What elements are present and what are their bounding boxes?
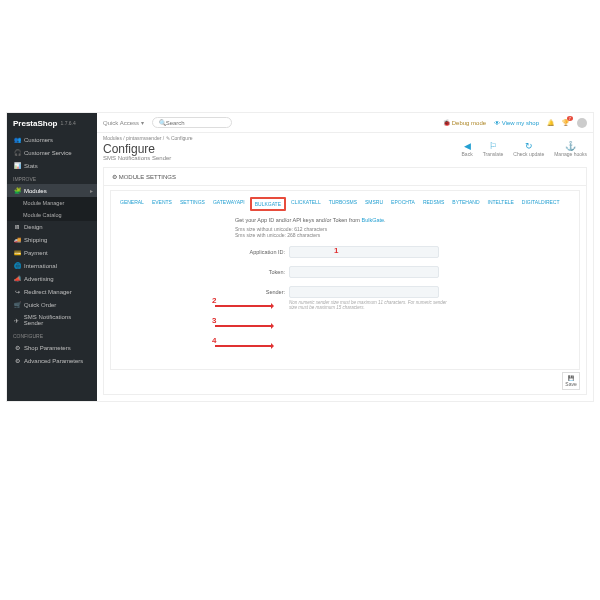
sidebar-item-label: Advanced Parameters <box>24 358 83 364</box>
action-icon: ⚐ <box>489 141 497 151</box>
panel-inner: GENERALEVENTSSETTINGSGATEWAYAPIBULKGATEC… <box>110 190 580 370</box>
sidebar-subitem[interactable]: Module Manager <box>7 197 97 209</box>
action-back[interactable]: ◀Back <box>462 141 473 157</box>
sender-note: Non numeric sender size must be maximum … <box>289 300 449 310</box>
sidebar-icon: ⚙ <box>13 344 21 351</box>
sidebar-item-label: Stats <box>24 163 38 169</box>
sidebar-item-label: SMS Notifications Sender <box>24 314 91 326</box>
text-input[interactable] <box>289 246 439 258</box>
breadcrumb[interactable]: Modules / pintasmssender / ✎ Configure <box>103 135 193 141</box>
sidebar-icon: ↪ <box>13 288 21 295</box>
form-row: Token: <box>235 266 569 278</box>
sidebar-item[interactable]: ↪Redirect Manager <box>7 285 97 298</box>
sidebar-icon: ✈ <box>13 317 21 324</box>
tab-general[interactable]: GENERAL <box>117 197 147 211</box>
sidebar-item[interactable]: 📣Advertising <box>7 272 97 285</box>
annotation-2: 2 <box>212 296 273 307</box>
sidebar-item[interactable]: 🧩Modules <box>7 184 97 197</box>
topbar: Quick Access ▾ 🔍 🐞 Debug mode 👁 View my … <box>97 113 593 133</box>
action-translate[interactable]: ⚐Translate <box>483 141 504 157</box>
action-check-update[interactable]: ↻Check update <box>513 141 544 157</box>
hint2: Sms size with unicode: 268 characters <box>235 232 569 238</box>
search-box[interactable]: 🔍 <box>152 117 232 128</box>
tab-settings[interactable]: SETTINGS <box>177 197 208 211</box>
view-shop-link[interactable]: 👁 View my shop <box>494 120 539 126</box>
annotation-1: 1 <box>334 246 338 255</box>
page-subtitle: SMS Notifications Sender <box>103 155 171 161</box>
sidebar-item[interactable]: ✈SMS Notifications Sender <box>7 311 97 329</box>
sidebar-icon: ⚙ <box>13 357 21 364</box>
sidebar-item[interactable]: ⚙Advanced Parameters <box>7 354 97 367</box>
sidebar-item[interactable]: ⚙Shop Parameters <box>7 341 97 354</box>
field-label: Sender: <box>235 289 289 295</box>
settings-panel: MODULE SETTINGS GENERALEVENTSSETTINGSGAT… <box>103 167 587 395</box>
page-title: Configure <box>103 142 155 156</box>
sidebar-item-label: Modules <box>24 188 47 194</box>
avatar[interactable] <box>577 118 587 128</box>
tab-bytehand[interactable]: BYTEHAND <box>449 197 482 211</box>
sidebar-item[interactable]: 💳Payment <box>7 246 97 259</box>
sidebar-item[interactable]: 👥Customers <box>7 133 97 146</box>
sidebar-item-label: Shipping <box>24 237 47 243</box>
trophy-icon[interactable]: 🏆7 <box>562 119 569 126</box>
section-configure: CONFIGURE <box>7 329 97 341</box>
tab-inteltele[interactable]: INTELTELE <box>485 197 517 211</box>
section-improve: IMPROVE <box>7 172 97 184</box>
sidebar-item[interactable]: 📊Stats <box>7 159 97 172</box>
sidebar-item-label: Redirect Manager <box>24 289 72 295</box>
tab-digitaldirect[interactable]: DIGITALDIRECT <box>519 197 563 211</box>
search-icon: 🔍 <box>159 119 166 126</box>
intro-text: Get your App ID and/or API keys and/or T… <box>235 217 569 223</box>
sidebar-item[interactable]: 🖥Design <box>7 221 97 233</box>
tab-events[interactable]: EVENTS <box>149 197 175 211</box>
sidebar-item[interactable]: 🛒Quick Order <box>7 298 97 311</box>
sidebar-item[interactable]: 🚚Shipping <box>7 233 97 246</box>
form-area: Get your App ID and/or API keys and/or T… <box>111 211 579 316</box>
tab-bulkgate[interactable]: BULKGATE <box>250 197 286 211</box>
search-input[interactable] <box>166 120 226 126</box>
sidebar-icon: 💳 <box>13 249 21 256</box>
field-label: Application ID: <box>235 249 289 255</box>
sidebar: PrestaShop 1.7.6.4 👥Customers🎧Customer S… <box>7 113 97 401</box>
quick-access[interactable]: Quick Access ▾ <box>103 119 144 126</box>
form-row: Sender: <box>235 286 569 298</box>
action-manage-hooks[interactable]: ⚓Manage hooks <box>554 141 587 157</box>
sidebar-item-label: Shop Parameters <box>24 345 71 351</box>
field-label: Token: <box>235 269 289 275</box>
sidebar-item-label: Customers <box>24 137 53 143</box>
annotation-4: 4 <box>212 336 273 347</box>
sidebar-subitem[interactable]: Module Catalog <box>7 209 97 221</box>
sidebar-item-label: Quick Order <box>24 302 56 308</box>
bulkgate-link[interactable]: BulkGate <box>361 217 384 223</box>
action-icon: ↻ <box>525 141 533 151</box>
sidebar-item-label: Payment <box>24 250 48 256</box>
tab-turbosms[interactable]: TURBOSMS <box>326 197 360 211</box>
tab-bar: GENERALEVENTSSETTINGSGATEWAYAPIBULKGATEC… <box>111 191 579 211</box>
sidebar-icon: 🌐 <box>13 262 21 269</box>
tab-gatewayapi[interactable]: GATEWAYAPI <box>210 197 248 211</box>
text-input[interactable] <box>289 266 439 278</box>
annotation-3: 3 <box>212 316 273 327</box>
sidebar-icon: 🧩 <box>13 187 21 194</box>
sidebar-item-label: Design <box>24 224 43 230</box>
tab-epochta[interactable]: EPOCHTA <box>388 197 418 211</box>
action-icon: ⚓ <box>565 141 576 151</box>
tab-smsru[interactable]: SMSRU <box>362 197 386 211</box>
action-icon: ◀ <box>464 141 471 151</box>
sidebar-icon: 🛒 <box>13 301 21 308</box>
bell-icon[interactable]: 🔔 <box>547 119 554 126</box>
sidebar-item[interactable]: 🎧Customer Service <box>7 146 97 159</box>
save-button[interactable]: 💾 Save <box>562 372 580 390</box>
version: 1.7.6.4 <box>60 120 75 126</box>
debug-mode[interactable]: 🐞 Debug mode <box>443 119 486 126</box>
brand-name: PrestaShop <box>13 119 57 128</box>
text-input[interactable] <box>289 286 439 298</box>
sidebar-icon: 🖥 <box>13 224 21 230</box>
tab-clickatell[interactable]: CLICKATELL <box>288 197 324 211</box>
sidebar-icon: 📣 <box>13 275 21 282</box>
tab-redsms[interactable]: REDSMS <box>420 197 447 211</box>
notif-badge: 7 <box>567 116 573 121</box>
sidebar-item[interactable]: 🌐International <box>7 259 97 272</box>
form-row: Application ID: <box>235 246 569 258</box>
sidebar-icon: 🎧 <box>13 149 21 156</box>
